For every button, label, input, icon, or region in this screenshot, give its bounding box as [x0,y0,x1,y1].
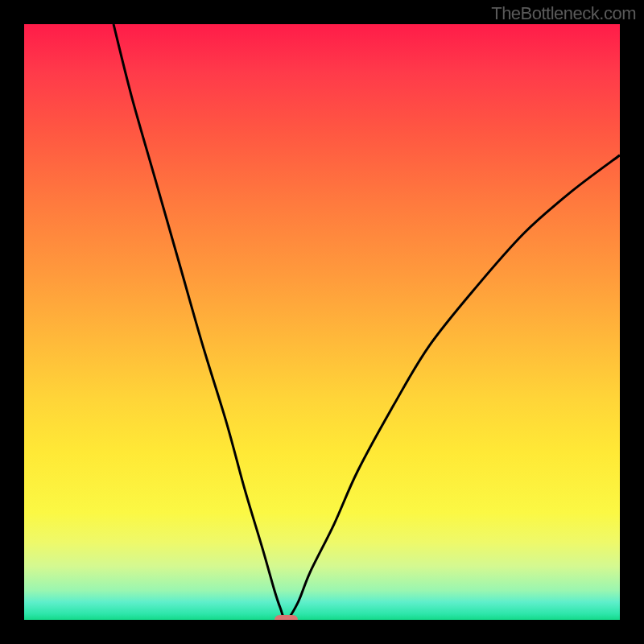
optimal-marker [275,615,299,620]
chart-container: TheBottleneck.com [0,0,644,644]
curve-svg [24,24,620,620]
bottleneck-curve [114,24,620,620]
attribution-text: TheBottleneck.com [491,3,636,24]
plot-area [24,24,620,620]
